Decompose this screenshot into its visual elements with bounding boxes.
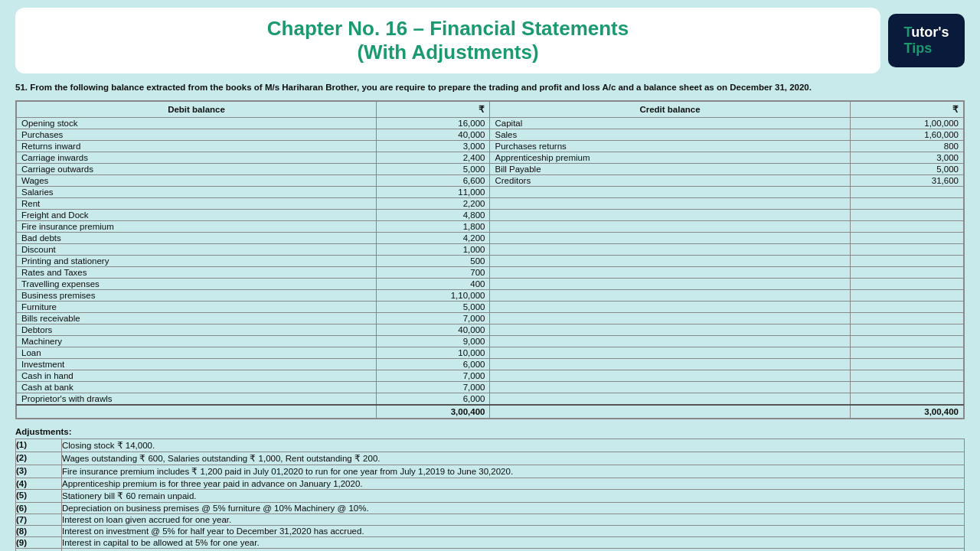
credit-value: 5,000 [850, 164, 963, 175]
credit-value [850, 313, 963, 324]
debit-value: 7,000 [377, 313, 490, 324]
credit-name [490, 393, 850, 406]
debit-name: Business premises [17, 290, 377, 302]
credit-value: 3,000 [850, 152, 963, 164]
debit-value: 1,000 [377, 244, 490, 256]
credit-value [850, 267, 963, 279]
credit-name [490, 347, 850, 359]
adj-num: (7) [16, 514, 62, 526]
logo: Tutor's Tips [904, 24, 949, 57]
credit-value [850, 302, 963, 313]
credit-name [490, 324, 850, 336]
table-row: Cash in hand 7,000 [17, 370, 964, 382]
table-row: Purchases 40,000 Sales 1,60,000 [17, 129, 964, 141]
debit-name: Wages [17, 175, 377, 187]
debit-value: 4,200 [377, 233, 490, 244]
credit-name [490, 233, 850, 244]
debit-total-label [17, 405, 377, 419]
table-row: Discount 1,000 [17, 244, 964, 256]
adj-num: (8) [16, 526, 62, 537]
debit-name: Cash at bank [17, 382, 377, 393]
credit-value: 1,00,000 [850, 118, 963, 129]
credit-value [850, 279, 963, 290]
credit-name [490, 244, 850, 256]
debit-name: Machinery [17, 336, 377, 347]
debit-name: Purchases [17, 129, 377, 141]
adj-text: Interest in capital to be allowed at 5% … [62, 537, 965, 549]
adj-num: (6) [16, 503, 62, 514]
debit-value: 6,000 [377, 393, 490, 406]
credit-value [850, 336, 963, 347]
credit-value [850, 347, 963, 359]
debit-value: 7,000 [377, 382, 490, 393]
debit-total-value: 3,00,400 [377, 405, 490, 419]
adj-table: (1) Closing stock ₹ 14,000. (2) Wages ou… [15, 439, 965, 551]
credit-name [490, 302, 850, 313]
debit-name: Salaries [17, 187, 377, 198]
debit-value: 4,800 [377, 210, 490, 221]
credit-name [490, 210, 850, 221]
logo-utor: utor's [911, 24, 949, 40]
credit-name [490, 256, 850, 267]
credit-value [850, 382, 963, 393]
credit-name [490, 336, 850, 347]
title-line2: (With Adjustments) [46, 41, 850, 64]
table-row: Machinery 9,000 [17, 336, 964, 347]
credit-name [490, 267, 850, 279]
table-row: Cash at bank 7,000 [17, 382, 964, 393]
debit-value: 6,600 [377, 175, 490, 187]
adj-row: (9) Interest in capital to be allowed at… [16, 537, 965, 549]
debit-name: Bad debts [17, 233, 377, 244]
credit-name [490, 279, 850, 290]
col-credit-header: Credit balance [490, 102, 850, 118]
table-row: Debtors 40,000 [17, 324, 964, 336]
debit-name: Rates and Taxes [17, 267, 377, 279]
debit-value: 9,000 [377, 336, 490, 347]
balance-table: Debit balance ₹ Credit balance ₹ Opening… [16, 101, 964, 419]
adj-row: (5) Stationery bill ₹ 60 remain unpaid. [16, 490, 965, 503]
adj-row: (8) Interest on investment @ 5% for half… [16, 526, 965, 537]
credit-value [850, 244, 963, 256]
table-row: Furniture 5,000 [17, 302, 964, 313]
debit-name: Opening stock [17, 118, 377, 129]
header-area: Chapter No. 16 – Financial Statements (W… [0, 0, 980, 78]
adj-title: Adjustments: [15, 427, 965, 436]
credit-name: Sales [490, 129, 850, 141]
debit-name: Carriage inwards [17, 152, 377, 164]
adj-text: Interest on investment @ 5% for half yea… [62, 526, 965, 537]
debit-name: Printing and stationery [17, 256, 377, 267]
credit-name: Capital [490, 118, 850, 129]
debit-value: 40,000 [377, 324, 490, 336]
debit-name: Proprietor's with drawls [17, 393, 377, 406]
credit-total-value: 3,00,400 [850, 405, 963, 419]
credit-value [850, 359, 963, 370]
adj-num: (2) [16, 452, 62, 465]
total-row: 3,00,400 3,00,400 [17, 405, 964, 419]
credit-name [490, 359, 850, 370]
problem-statement: 51. From the following balance extracted… [0, 78, 980, 97]
adj-row: (6) Depreciation on business premises @ … [16, 503, 965, 514]
debit-name: Loan [17, 347, 377, 359]
credit-name: Apprenticeship premium [490, 152, 850, 164]
table-row: Carriage inwards 2,400 Apprenticeship pr… [17, 152, 964, 164]
table-row: Rent 2,200 [17, 198, 964, 210]
header-box: Chapter No. 16 – Financial Statements (W… [15, 8, 880, 73]
debit-value: 10,000 [377, 347, 490, 359]
adj-text: Wages outstanding ₹ 600, Salaries outsta… [62, 452, 965, 465]
adj-row: (3) Fire insurance premium includes ₹ 1,… [16, 465, 965, 478]
adj-num: (4) [16, 478, 62, 490]
credit-value [850, 198, 963, 210]
debit-name: Returns inward [17, 141, 377, 152]
table-row: Proprietor's with drawls 6,000 [17, 393, 964, 406]
debit-name: Travelling expenses [17, 279, 377, 290]
debit-value: 7,000 [377, 370, 490, 382]
table-row: Returns inward 3,000 Purchases returns 8… [17, 141, 964, 152]
table-row: Investment 6,000 [17, 359, 964, 370]
adj-text: Fire insurance premium includes ₹ 1,200 … [62, 465, 965, 478]
debit-name: Freight and Dock [17, 210, 377, 221]
adj-row: (1) Closing stock ₹ 14,000. [16, 439, 965, 452]
table-row: Bad debts 4,200 [17, 233, 964, 244]
credit-value: 1,60,000 [850, 129, 963, 141]
credit-name: Bill Payable [490, 164, 850, 175]
credit-value [850, 290, 963, 302]
